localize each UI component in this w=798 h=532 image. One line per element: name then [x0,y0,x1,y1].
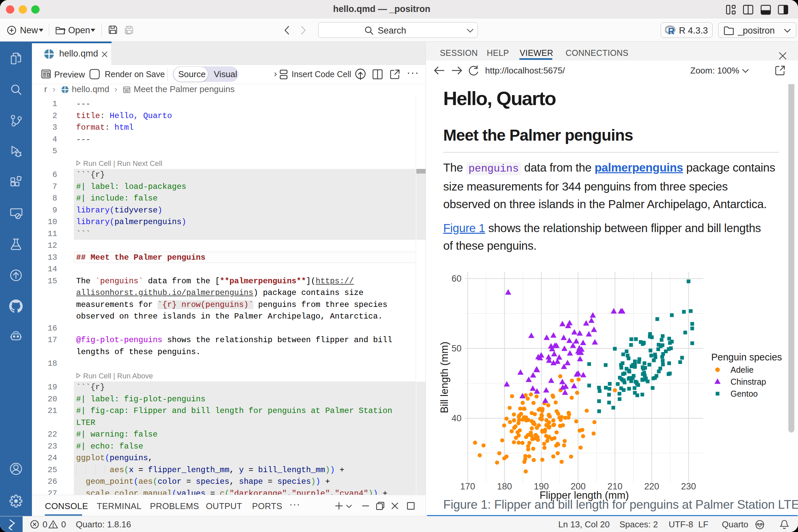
svg-text:Gentoo: Gentoo [730,389,758,398]
svg-text:230: 230 [681,481,696,491]
svg-text:50: 50 [452,343,461,354]
svg-text:Chinstrap: Chinstrap [730,377,766,386]
svg-text:170: 170 [460,481,475,491]
svg-text:Penguin species: Penguin species [711,352,782,362]
svg-text:Bill length (mm): Bill length (mm) [439,341,450,413]
svg-text:40: 40 [452,413,461,423]
svg-text:R: R [668,26,674,35]
svg-text:220: 220 [644,481,659,491]
svg-text:Adelie: Adelie [730,365,754,374]
svg-text:180: 180 [497,481,512,491]
svg-text:60: 60 [452,274,461,284]
